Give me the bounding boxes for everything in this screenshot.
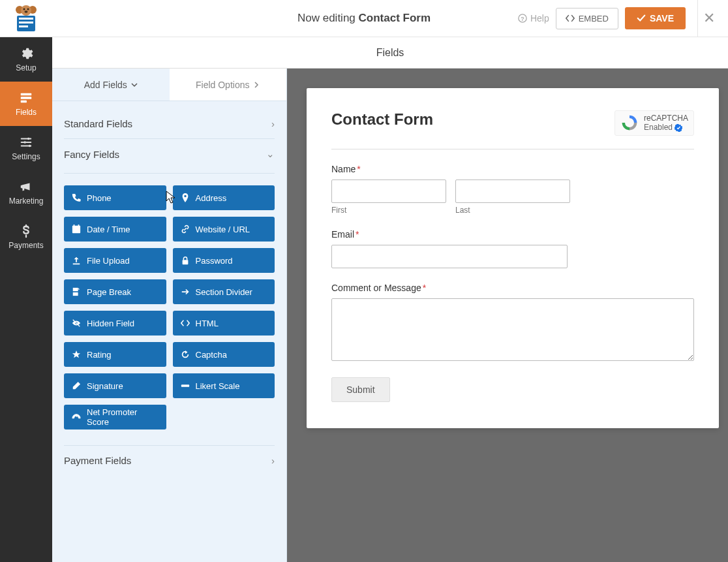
scale-icon	[181, 381, 190, 390]
field-address-label: Address	[196, 193, 227, 203]
svg-point-2	[21, 5, 31, 16]
field-signature-label: Signature	[87, 381, 123, 391]
save-button[interactable]: SAVE	[625, 7, 686, 29]
field-hidden[interactable]: Hidden Field	[64, 311, 166, 336]
field-website[interactable]: Website / URL	[173, 217, 275, 242]
field-rating[interactable]: Rating	[64, 342, 166, 367]
field-datetime[interactable]: Date / Time	[64, 217, 166, 242]
embed-button[interactable]: EMBED	[556, 8, 618, 29]
svg-point-15	[27, 138, 30, 140]
svg-rect-24	[73, 292, 78, 296]
last-name-input[interactable]	[455, 180, 570, 203]
field-signature[interactable]: Signature	[64, 373, 166, 398]
recaptcha-label: reCAPTCHA	[644, 114, 688, 123]
field-phone[interactable]: Phone	[64, 185, 166, 210]
field-password-label: Password	[196, 256, 233, 266]
submit-button[interactable]: Submit	[331, 377, 390, 402]
first-name-input[interactable]	[331, 180, 446, 203]
submit-label: Submit	[346, 384, 375, 395]
editing-title: Now editing Contact Form	[297, 12, 431, 25]
svg-rect-21	[78, 225, 80, 227]
nav-marketing[interactable]: Marketing	[0, 170, 52, 215]
svg-point-17	[29, 145, 31, 148]
nav-marketing-label: Marketing	[9, 196, 44, 206]
help-icon: ?	[518, 14, 527, 23]
close-icon: ✕	[703, 10, 715, 27]
section-fancy-fields[interactable]: Fancy Fields ⌄	[64, 139, 275, 169]
form-card: Contact Form reCAPTCHA Enabled Name*	[307, 88, 719, 428]
svg-rect-12	[21, 93, 32, 96]
field-upload[interactable]: File Upload	[64, 248, 166, 273]
svg-point-5	[25, 10, 28, 13]
nav-settings-label: Settings	[12, 152, 40, 161]
form-name: Contact Form	[359, 12, 431, 24]
chevron-down-icon	[131, 82, 138, 88]
field-divider[interactable]: Section Divider	[173, 279, 275, 304]
chevron-right-icon: ›	[271, 455, 275, 466]
field-likert[interactable]: Likert Scale	[173, 373, 275, 398]
nav-fields[interactable]: Fields	[0, 82, 52, 126]
gear-icon	[19, 46, 33, 61]
form-icon	[19, 91, 33, 105]
map-pin-icon	[181, 193, 190, 202]
field-name[interactable]: Name* First Last	[331, 164, 694, 215]
field-comment[interactable]: Comment or Message*	[331, 283, 694, 363]
email-input[interactable]	[331, 245, 568, 268]
code-icon	[566, 14, 575, 23]
nav-fields-label: Fields	[16, 108, 37, 117]
nav-payments-label: Payments	[8, 241, 43, 250]
fields-header: Fields	[52, 37, 728, 69]
svg-point-16	[23, 141, 26, 144]
field-phone-label: Phone	[87, 193, 112, 203]
save-label: SAVE	[650, 13, 674, 23]
tab-field-options[interactable]: Field Options	[170, 69, 287, 101]
field-likert-label: Likert Scale	[196, 381, 240, 391]
svg-rect-23	[73, 288, 78, 291]
comment-label: Comment or Message*	[331, 283, 694, 293]
calendar-icon	[72, 225, 81, 234]
refresh-icon	[181, 350, 190, 359]
svg-rect-22	[182, 260, 188, 264]
field-email[interactable]: Email*	[331, 229, 694, 268]
form-title: Contact Form	[331, 110, 433, 129]
embed-label: EMBED	[579, 14, 609, 23]
field-html[interactable]: HTML	[173, 311, 275, 336]
nav-setup[interactable]: Setup	[0, 37, 52, 82]
field-pagebreak-label: Page Break	[87, 287, 131, 297]
nav-settings[interactable]: Settings	[0, 126, 52, 170]
field-password[interactable]: Password	[173, 248, 275, 273]
field-rating-label: Rating	[87, 350, 112, 360]
chevron-right-icon: ›	[271, 118, 275, 129]
section-standard-fields[interactable]: Standard Fields ›	[64, 112, 275, 139]
recaptcha-enabled-label: Enabled	[644, 123, 673, 132]
close-button[interactable]: ✕	[697, 0, 720, 37]
eye-slash-icon	[72, 319, 81, 328]
gauge-icon	[72, 413, 81, 422]
preview-area: Contact Form reCAPTCHA Enabled Name*	[287, 69, 728, 562]
check-icon	[637, 14, 646, 23]
pagebreak-icon	[72, 287, 81, 296]
help-label: Help	[530, 13, 549, 23]
recaptcha-badge[interactable]: reCAPTCHA Enabled	[614, 110, 694, 136]
field-nps[interactable]: Net Promoter Score	[64, 405, 166, 429]
svg-rect-20	[74, 225, 75, 227]
fields-header-label: Fields	[376, 47, 404, 59]
nav-setup-label: Setup	[16, 63, 36, 72]
section-payment-fields[interactable]: Payment Fields ›	[64, 446, 275, 475]
help-link[interactable]: ? Help	[518, 13, 549, 23]
tab-options-label: Field Options	[196, 80, 249, 90]
comment-textarea[interactable]	[331, 298, 694, 361]
chevron-down-icon: ⌄	[266, 148, 275, 160]
field-hidden-label: Hidden Field	[87, 319, 134, 328]
fields-panel: Add Fields Field Options Standard Fields…	[52, 69, 287, 562]
svg-rect-9	[19, 25, 28, 27]
field-upload-label: File Upload	[87, 256, 130, 266]
tab-add-fields[interactable]: Add Fields	[52, 69, 170, 101]
section-payment-label: Payment Fields	[64, 455, 131, 466]
field-pagebreak[interactable]: Page Break	[64, 279, 166, 304]
last-sublabel: Last	[455, 206, 570, 215]
star-icon	[72, 350, 81, 359]
field-address[interactable]: Address	[173, 185, 275, 210]
nav-payments[interactable]: Payments	[0, 215, 52, 259]
field-captcha[interactable]: Captcha	[173, 342, 275, 367]
